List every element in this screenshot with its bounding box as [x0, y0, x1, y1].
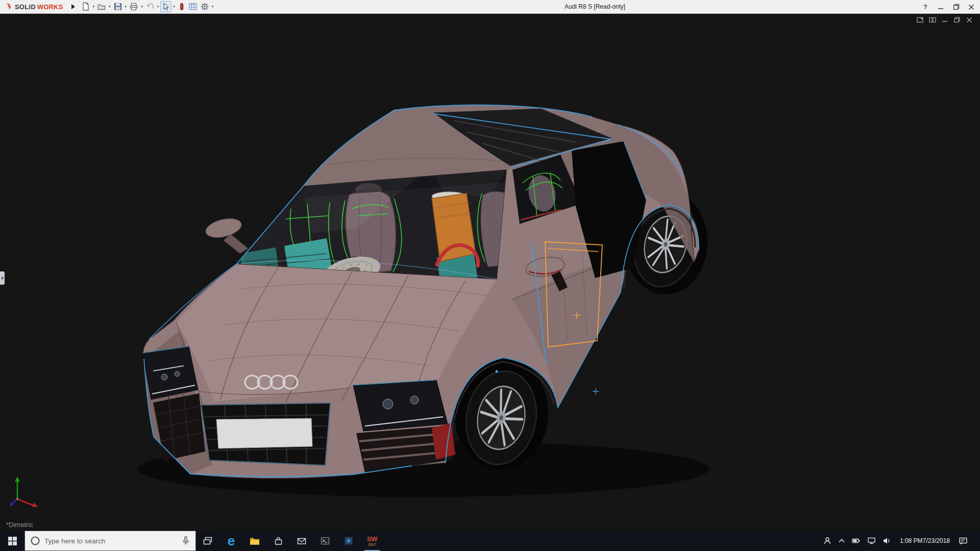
taskbar-search-box[interactable] [24, 531, 196, 551]
console-icon [321, 537, 330, 545]
front-grille[interactable] [201, 403, 330, 465]
doc-popout-button[interactable] [917, 17, 924, 23]
microphone-icon[interactable] [182, 536, 189, 545]
car-model-audi-r8[interactable] [0, 14, 980, 531]
open-button[interactable] [96, 1, 107, 12]
solidworks-logo: SOLIDWORKS [4, 3, 63, 11]
minimize-icon [938, 4, 944, 10]
license-plate [216, 418, 312, 448]
display-network-icon [867, 537, 876, 545]
edge-icon: e [228, 534, 235, 547]
brand-solid-text: SOLID [15, 3, 36, 11]
evaluate-table-button[interactable] [187, 1, 199, 12]
document-window-controls [917, 17, 973, 23]
new-document-button[interactable] [80, 1, 91, 12]
dropdown-caret-icon[interactable]: ▾ [211, 5, 215, 9]
mail-button[interactable] [290, 531, 313, 551]
volume-tray-button[interactable] [883, 537, 891, 545]
blue-vertex-point[interactable] [496, 370, 498, 373]
action-center-button[interactable] [959, 537, 968, 545]
taskbar-clock[interactable]: 1:08 PM 7/23/2018 [898, 537, 952, 544]
chevron-up-icon [838, 538, 845, 544]
clock-time: 1:08 PM [900, 537, 923, 544]
dropdown-caret-icon[interactable]: ▾ [92, 5, 96, 9]
select-arrow-icon [161, 2, 170, 11]
spreadsheet-icon [188, 2, 198, 11]
solidworks-app-year: 2017 [368, 543, 376, 546]
window-title: Audi R8 S [Read-only] [565, 0, 625, 14]
viewport-3d[interactable]: *Dimetric [0, 14, 980, 531]
restore-icon [953, 4, 960, 10]
mail-envelope-icon [297, 537, 306, 545]
people-icon [823, 537, 831, 545]
task-view-button[interactable] [196, 531, 219, 551]
red-capsule-icon [178, 2, 186, 11]
minimize-button[interactable] [933, 0, 948, 14]
file-explorer-button[interactable] [243, 531, 266, 551]
people-tray-button[interactable] [823, 537, 831, 545]
action-center-icon [959, 537, 968, 545]
console-button[interactable] [313, 531, 337, 551]
help-button[interactable]: ? [918, 0, 933, 14]
view-orientation-label: *Dimetric [6, 521, 33, 529]
brand-works-text: WORKS [37, 3, 63, 11]
dropdown-caret-icon[interactable]: ▾ [156, 5, 160, 9]
options-gear-icon [200, 2, 209, 11]
popout-icon [917, 17, 924, 23]
windows-taskbar: e [0, 531, 980, 551]
options-button[interactable] [199, 1, 210, 12]
cortana-icon [30, 536, 40, 546]
solidworks-app-button[interactable]: SW 2017 [360, 531, 384, 551]
windows-logo-icon [8, 537, 17, 545]
y-axis-arrow [15, 477, 20, 482]
system-tray: 1:08 PM 7/23/2018 [820, 531, 980, 551]
start-button[interactable] [0, 531, 24, 551]
window-controls: ? [918, 0, 979, 14]
undo-button[interactable] [144, 1, 156, 12]
battery-icon [852, 537, 861, 545]
search-input[interactable] [44, 537, 182, 545]
dropdown-caret-icon[interactable]: ▾ [108, 5, 112, 9]
print-icon [129, 2, 138, 11]
clock-date: 7/23/2018 [923, 537, 950, 544]
app-icon [344, 536, 353, 545]
task-view-icon [203, 537, 212, 545]
app-button[interactable] [337, 531, 360, 551]
doc-close-icon [966, 17, 973, 23]
network-tray-button[interactable] [867, 537, 876, 545]
battery-tray-button[interactable] [852, 537, 861, 545]
restore-button[interactable] [948, 0, 964, 14]
reference-triad [8, 475, 44, 511]
solidworks-window: SOLIDWORKS ▾ ▾ [0, 0, 980, 551]
right-headlight[interactable] [353, 380, 448, 431]
dropdown-caret-icon[interactable]: ▾ [140, 5, 144, 9]
chevron-right-icon [1, 276, 4, 280]
dropdown-caret-icon[interactable]: ▾ [172, 5, 176, 9]
volume-icon [883, 537, 891, 545]
red-capsule-tool-button[interactable] [177, 1, 187, 12]
panel-expand-tab[interactable] [0, 271, 5, 285]
doc-restore-button[interactable] [953, 17, 961, 23]
print-button[interactable] [128, 1, 139, 12]
edge-browser-button[interactable]: e [219, 531, 243, 551]
doc-close-button[interactable] [966, 17, 973, 23]
save-button[interactable] [112, 1, 124, 12]
close-icon [968, 4, 974, 10]
new-document-icon [81, 2, 90, 11]
left-mirror[interactable] [204, 215, 248, 254]
doc-minimize-button[interactable] [941, 17, 948, 23]
title-bar: SOLIDWORKS ▾ ▾ [0, 0, 980, 14]
left-headlight[interactable] [142, 346, 198, 399]
tile-windows-icon [929, 17, 936, 23]
file-explorer-icon [250, 537, 260, 545]
close-button[interactable] [964, 0, 979, 14]
open-folder-icon [97, 2, 106, 11]
doc-tile-button[interactable] [929, 17, 936, 23]
select-tool-button[interactable] [160, 1, 172, 12]
menu-expand-arrow-icon[interactable] [71, 4, 75, 9]
dropdown-caret-icon[interactable]: ▾ [124, 5, 128, 9]
hidden-icons-button[interactable] [838, 538, 845, 544]
quick-access-toolbar: ▾ ▾ ▾ [80, 1, 215, 12]
store-bag-icon [274, 537, 283, 545]
store-button[interactable] [266, 531, 290, 551]
